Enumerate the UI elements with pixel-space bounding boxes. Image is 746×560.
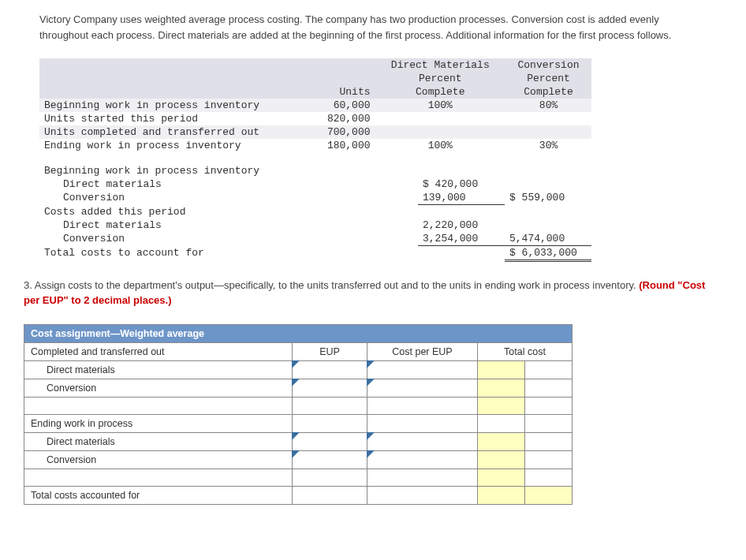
added-conv-amt: 3,254,000 (418, 232, 505, 246)
row-total-label: Total costs accounted for (24, 486, 293, 504)
ewip-blank (24, 469, 293, 486)
row-bwip-dm: 100% (375, 99, 506, 112)
cto-dm-label: Direct materials (24, 360, 293, 379)
row-ewip-conv: 30% (505, 139, 591, 152)
question-text: 3. Assign costs to the department's outp… (0, 270, 746, 324)
row-cto-label: Completed and transferred out (24, 342, 293, 360)
answer-table: Cost assignment—Weighted average Complet… (24, 324, 573, 505)
costs-table: Beginning work in process inventory Dire… (39, 164, 591, 262)
cto-conv-eup-input[interactable] (293, 379, 367, 397)
ewip-conv-eup-input[interactable] (293, 450, 367, 469)
row-ewip-dm: 100% (375, 139, 506, 152)
added-dm-amt: 2,220,000 (418, 218, 505, 232)
hdr-tc: Total cost (478, 342, 573, 360)
hdr-dm: Direct Materials (391, 59, 490, 71)
ewip-conv-tc1 (478, 450, 525, 469)
row-completed-units: 700,000 (311, 125, 375, 139)
cto-blank (24, 397, 293, 414)
cto-dm-cpe-input[interactable] (367, 360, 478, 379)
ewip-dm-tc1 (478, 432, 525, 450)
row-started-units: 820,000 (311, 112, 375, 125)
hdr-eup: EUP (293, 342, 367, 360)
answer-title: Cost assignment—Weighted average (24, 324, 573, 342)
row-completed-label: Units completed and transferred out (39, 125, 311, 139)
row-ewip-label: Ending work in process (24, 414, 293, 432)
ewip-conv-label: Conversion (24, 450, 293, 469)
row-bwip-label: Beginning work in process inventory (39, 99, 311, 112)
ewip-dm-cpe-input[interactable] (367, 432, 478, 450)
cto-dm-tc2 (525, 360, 573, 379)
bwip-dm-label: Direct materials (39, 177, 418, 191)
row-ewip-units: 180,000 (311, 139, 375, 152)
row-bwip-units: 60,000 (311, 99, 375, 112)
cto-conv-cpe-input[interactable] (367, 379, 478, 397)
row-ewip-label: Ending work in process inventory (39, 139, 311, 152)
ewip-dm-eup-input[interactable] (293, 432, 367, 450)
hdr-units: Units (339, 86, 370, 98)
ewip-dm-label: Direct materials (24, 432, 293, 450)
bwip-conv-amt: 139,000 (418, 191, 505, 205)
bwip-total: $ 559,000 (505, 191, 591, 205)
bwip-label: Beginning work in process inventory (39, 164, 418, 177)
cto-dm-eup-input[interactable] (293, 360, 367, 379)
cto-conv-tc1 (478, 379, 525, 397)
intro-text: Victory Company uses weighted average pr… (0, 0, 746, 58)
cto-conv-tc2 (525, 379, 573, 397)
added-total: 5,474,000 (505, 232, 591, 246)
total-label: Total costs to account for (39, 245, 418, 260)
grand-total: $ 6,033,000 (505, 245, 591, 260)
hdr-conv: Conversion (518, 59, 580, 71)
cto-conv-label: Conversion (24, 379, 293, 397)
added-conv-label: Conversion (39, 232, 418, 246)
row-bwip-conv: 80% (505, 99, 591, 112)
hdr-cpe: Cost per EUP (367, 342, 478, 360)
added-label: Costs added this period (39, 205, 418, 218)
ewip-conv-cpe-input[interactable] (367, 450, 478, 469)
cto-dm-tc1 (478, 360, 525, 379)
added-dm-label: Direct materials (39, 218, 418, 232)
row-started-label: Units started this period (39, 112, 311, 125)
units-table: Direct Materials Conversion Percent Perc… (39, 58, 591, 152)
bwip-conv-label: Conversion (39, 191, 418, 205)
data-tables: Direct Materials Conversion Percent Perc… (0, 58, 746, 270)
bwip-dm-amt: $ 420,000 (418, 177, 505, 191)
